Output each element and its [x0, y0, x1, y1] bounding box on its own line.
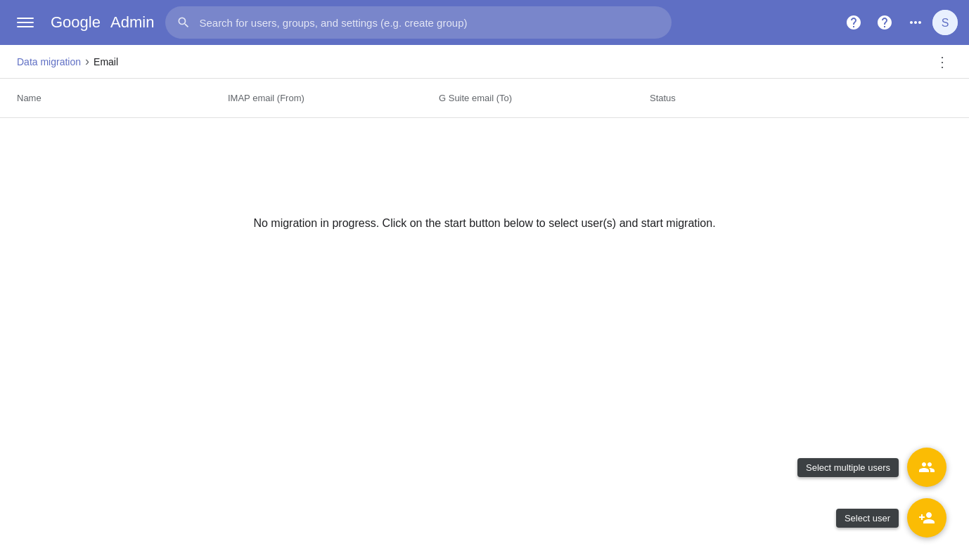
logo-admin-text: Admin — [110, 13, 154, 32]
select-multiple-row: Select multiple users — [797, 448, 946, 487]
select-user-tooltip: Select user — [836, 509, 899, 528]
fab-area: Select multiple users Select user — [797, 448, 946, 538]
svg-rect-2 — [17, 26, 34, 27]
col-header-imap: IMAP email (From) — [228, 93, 439, 103]
logo-link[interactable]: Google Admin — [51, 13, 154, 32]
person-add-icon — [918, 509, 935, 526]
avatar-image: S — [932, 10, 958, 35]
select-user-button[interactable] — [907, 498, 946, 538]
select-user-row: Select user — [836, 498, 946, 538]
col-header-status: Status — [650, 93, 952, 103]
table-header: Name IMAP email (From) G Suite email (To… — [0, 79, 969, 118]
svg-rect-0 — [17, 18, 34, 19]
support-icon — [845, 14, 862, 31]
breadcrumb-parent-link[interactable]: Data migration — [17, 56, 81, 67]
empty-state-message: No migration in progress. Click on the s… — [253, 215, 715, 232]
search-bar[interactable] — [165, 6, 672, 39]
apps-button[interactable] — [901, 8, 930, 37]
menu-icon — [17, 14, 34, 31]
select-multiple-button[interactable] — [907, 448, 946, 487]
logo-google-text: Google — [51, 13, 101, 32]
breadcrumb-current: Email — [94, 56, 118, 67]
help-button[interactable] — [871, 8, 899, 37]
breadcrumb-separator: › — [85, 54, 89, 69]
header-actions: S — [840, 8, 958, 37]
help-icon — [876, 14, 893, 31]
breadcrumb: Data migration › Email ⋮ — [0, 45, 969, 79]
menu-button[interactable] — [11, 8, 39, 37]
select-multiple-tooltip: Select multiple users — [797, 458, 899, 477]
main-content: No migration in progress. Click on the s… — [0, 118, 969, 329]
apps-icon — [907, 14, 924, 31]
app-header: Google Admin S — [0, 0, 969, 45]
account-avatar[interactable]: S — [932, 10, 958, 35]
search-input[interactable] — [199, 17, 660, 29]
people-icon — [918, 459, 935, 476]
col-header-gsuite: G Suite email (To) — [439, 93, 650, 103]
more-options-button[interactable]: ⋮ — [932, 51, 952, 73]
svg-text:S: S — [942, 17, 949, 29]
col-header-name: Name — [17, 93, 228, 103]
search-icon — [177, 15, 191, 30]
support-button[interactable] — [840, 8, 868, 37]
svg-rect-1 — [17, 22, 34, 23]
